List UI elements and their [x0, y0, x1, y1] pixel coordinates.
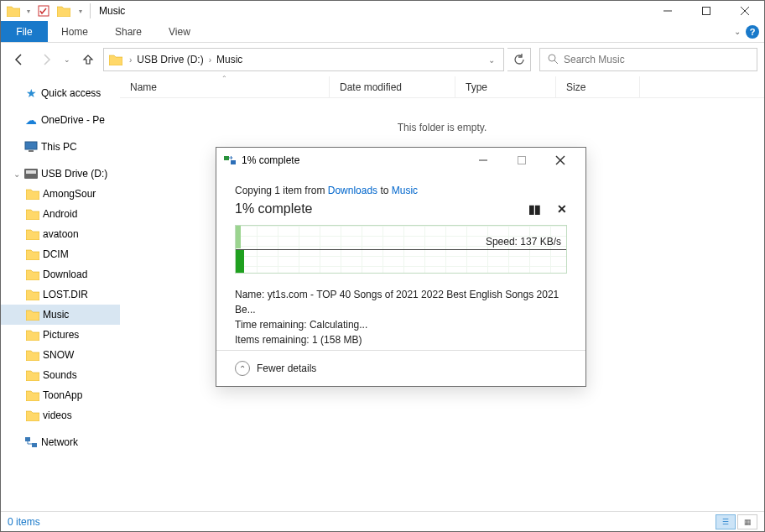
properties-icon[interactable]	[34, 2, 53, 20]
close-button[interactable]	[726, 1, 764, 21]
folder-icon	[26, 308, 39, 321]
column-name[interactable]: Name⌃	[120, 76, 330, 97]
search-box[interactable]: Search Music	[539, 48, 757, 71]
nav-subfolder[interactable]: Download	[1, 264, 120, 284]
item-count: 0 items	[8, 516, 40, 528]
window-controls	[648, 1, 764, 21]
nav-usb-drive[interactable]: ⌄USB Drive (D:)	[1, 164, 120, 184]
link-source[interactable]: Downloads	[328, 185, 377, 196]
svg-line-6	[554, 60, 558, 64]
nav-onedrive[interactable]: ☁OneDrive - Pe	[1, 110, 120, 130]
crumb-drive[interactable]: USB Drive (D:)	[137, 54, 203, 65]
qat-customize[interactable]: ▾	[75, 2, 86, 20]
dialog-close-button[interactable]	[542, 149, 579, 172]
sort-indicator-icon: ⌃	[221, 75, 227, 82]
network-icon	[24, 436, 38, 449]
folder-icon	[26, 389, 39, 402]
up-button[interactable]	[76, 48, 100, 71]
nav-label: Network	[41, 436, 78, 448]
nav-label: ToonApp	[43, 389, 82, 401]
cancel-button[interactable]: ✕	[557, 202, 567, 216]
detail-name: Name: yt1s.com - TOP 40 Songs of 2021 20…	[235, 287, 567, 317]
folder-icon	[26, 187, 39, 201]
maximize-button[interactable]	[687, 1, 726, 21]
nav-label: Quick access	[41, 87, 101, 99]
tab-view[interactable]: View	[155, 21, 204, 42]
folder-icon	[26, 368, 39, 382]
tab-home[interactable]: Home	[48, 21, 101, 42]
nav-label: LOST.DIR	[43, 289, 88, 300]
nav-label: SNOW	[43, 349, 74, 361]
tab-share[interactable]: Share	[101, 21, 155, 42]
chevron-down-icon[interactable]: ⌄	[13, 170, 21, 179]
dialog-minimize-button[interactable]	[465, 149, 502, 172]
cloud-icon: ☁	[24, 113, 38, 127]
dialog-footer: ⌃ Fewer details	[216, 350, 585, 386]
forward-button[interactable]	[34, 48, 58, 71]
folder-icon	[26, 288, 39, 301]
chevron-up-icon[interactable]: ⌃	[235, 361, 250, 376]
detail-time: Time remaining: Calculating...	[235, 317, 567, 332]
nav-subfolder[interactable]: AmongSour	[1, 184, 120, 204]
nav-label: This PC	[41, 141, 77, 153]
chevron-right-icon[interactable]: ›	[206, 55, 215, 65]
svg-rect-2	[703, 8, 710, 15]
copy-source-line: Copying 1 item from Downloads to Music	[235, 185, 567, 196]
tab-file[interactable]: File	[1, 21, 48, 42]
nav-subfolder[interactable]: videos	[1, 405, 120, 425]
quick-access-toolbar: ▾ ▾	[1, 2, 92, 20]
recent-dropdown[interactable]: ⌄	[61, 48, 73, 71]
nav-subfolder[interactable]: Pictures	[1, 325, 120, 345]
search-icon	[547, 53, 559, 67]
folder-icon	[26, 207, 39, 221]
back-button[interactable]	[8, 48, 31, 71]
nav-subfolder[interactable]: Music	[1, 305, 120, 325]
icons-view-button[interactable]: ▦	[737, 514, 757, 529]
nav-subfolder[interactable]: LOST.DIR	[1, 284, 120, 305]
nav-subfolder[interactable]: SNOW	[1, 345, 120, 365]
nav-quick-access[interactable]: ★Quick access	[1, 83, 120, 103]
nav-label: avatoon	[43, 228, 79, 240]
new-folder-icon[interactable]	[55, 2, 73, 20]
nav-label: USB Drive (D:)	[41, 168, 107, 180]
qat-dropdown[interactable]: ▾	[24, 2, 33, 20]
fewer-details-button[interactable]: Fewer details	[257, 362, 316, 374]
minimize-button[interactable]	[648, 1, 687, 21]
dialog-maximize-button[interactable]	[503, 149, 540, 172]
breadcrumb[interactable]: › USB Drive (D:) › Music ⌄	[103, 48, 504, 71]
svg-rect-8	[29, 150, 34, 152]
copy-progress-dialog: 1% complete Copying 1 item from Download…	[216, 147, 586, 387]
link-destination[interactable]: Music	[392, 185, 418, 196]
column-type[interactable]: Type	[455, 76, 556, 97]
column-date[interactable]: Date modified	[330, 76, 455, 97]
svg-rect-14	[518, 157, 526, 164]
nav-label: Pictures	[43, 329, 79, 341]
star-icon: ★	[24, 86, 38, 100]
pause-button[interactable]: ▮▮	[528, 202, 540, 216]
empty-folder-message: This folder is empty.	[120, 98, 764, 133]
nav-subfolder[interactable]: Sounds	[1, 365, 120, 385]
dialog-title-bar[interactable]: 1% complete	[216, 148, 585, 173]
svg-rect-9	[25, 437, 30, 441]
svg-rect-11	[224, 156, 229, 160]
chevron-right-icon[interactable]: ›	[126, 55, 135, 65]
ribbon-expand-icon[interactable]: ⌄	[734, 27, 741, 36]
help-icon[interactable]: ?	[746, 25, 759, 39]
nav-label: Music	[43, 309, 69, 321]
address-bar-row: ⌄ › USB Drive (D:) › Music ⌄ Search Musi…	[1, 43, 764, 76]
column-size[interactable]: Size	[556, 76, 640, 97]
refresh-button[interactable]	[507, 48, 531, 71]
nav-network[interactable]: Network	[1, 432, 120, 452]
nav-this-pc[interactable]: This PC	[1, 137, 120, 157]
detail-remaining: Items remaining: 1 (158 MB)	[235, 332, 567, 347]
nav-subfolder[interactable]: avatoon	[1, 224, 120, 244]
details-view-button[interactable]: ☰	[716, 514, 736, 529]
crumb-folder[interactable]: Music	[216, 54, 242, 65]
nav-subfolder[interactable]: DCIM	[1, 244, 120, 264]
transfer-details: Name: yt1s.com - TOP 40 Songs of 2021 20…	[235, 287, 567, 347]
address-dropdown[interactable]: ⌄	[488, 55, 500, 65]
title-bar: ▾ ▾ Music	[1, 1, 764, 21]
folder-icon	[4, 2, 23, 20]
nav-subfolder[interactable]: Android	[1, 204, 120, 224]
nav-subfolder[interactable]: ToonApp	[1, 385, 120, 405]
